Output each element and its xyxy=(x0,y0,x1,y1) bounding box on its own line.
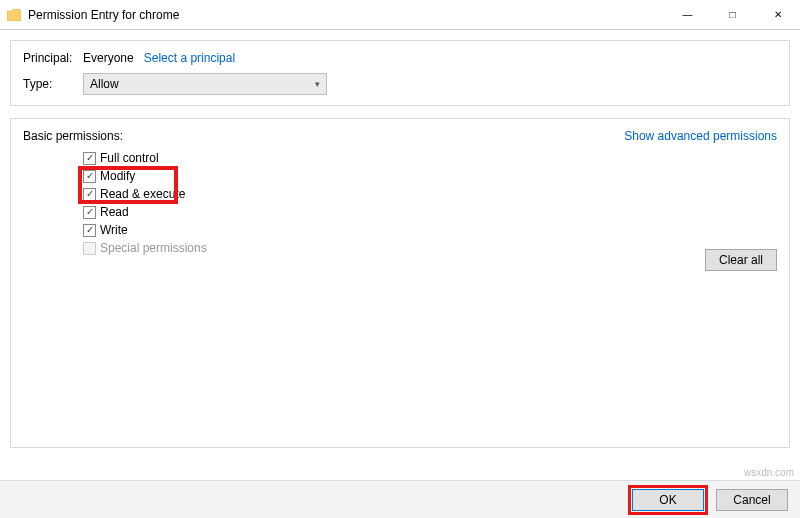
perm-special: Special permissions xyxy=(83,239,777,257)
ok-button[interactable]: OK xyxy=(632,489,704,511)
checkbox-icon[interactable] xyxy=(83,170,96,183)
content-area: Principal: Everyone Select a principal T… xyxy=(0,30,800,458)
permissions-checklist: Full control Modify Read & execute Read … xyxy=(83,149,777,257)
permissions-panel: Basic permissions: Show advanced permiss… xyxy=(10,118,790,448)
perm-label: Special permissions xyxy=(100,241,207,255)
checkbox-icon xyxy=(83,242,96,255)
chevron-down-icon: ▾ xyxy=(315,79,320,89)
type-select-value: Allow xyxy=(90,77,119,91)
principal-label: Principal: xyxy=(23,51,83,65)
window-controls: ― □ ✕ xyxy=(665,0,800,29)
folder-icon xyxy=(6,7,22,23)
perm-write[interactable]: Write xyxy=(83,221,777,239)
clear-all-wrap: Clear all xyxy=(705,249,777,271)
select-principal-link[interactable]: Select a principal xyxy=(144,51,235,65)
checkbox-icon[interactable] xyxy=(83,206,96,219)
perm-label: Write xyxy=(100,223,128,237)
maximize-button[interactable]: □ xyxy=(710,0,755,29)
principal-panel: Principal: Everyone Select a principal T… xyxy=(10,40,790,106)
dialog-button-bar: OK Cancel xyxy=(0,480,800,518)
window-title: Permission Entry for chrome xyxy=(28,8,665,22)
principal-row: Principal: Everyone Select a principal xyxy=(23,51,777,65)
perm-label: Modify xyxy=(100,169,135,183)
checkbox-icon[interactable] xyxy=(83,224,96,237)
type-select[interactable]: Allow ▾ xyxy=(83,73,327,95)
watermark: wsxdn.com xyxy=(744,467,794,478)
permissions-header: Basic permissions: Show advanced permiss… xyxy=(23,129,777,143)
perm-read-execute[interactable]: Read & execute xyxy=(83,185,777,203)
checkbox-icon[interactable] xyxy=(83,188,96,201)
advanced-permissions-link[interactable]: Show advanced permissions xyxy=(624,129,777,143)
minimize-button[interactable]: ― xyxy=(665,0,710,29)
type-label: Type: xyxy=(23,77,83,91)
type-row: Type: Allow ▾ xyxy=(23,73,777,95)
cancel-button[interactable]: Cancel xyxy=(716,489,788,511)
highlight-box-ok: OK xyxy=(628,485,708,515)
close-button[interactable]: ✕ xyxy=(755,0,800,29)
perm-read[interactable]: Read xyxy=(83,203,777,221)
perm-full-control[interactable]: Full control xyxy=(83,149,777,167)
basic-permissions-label: Basic permissions: xyxy=(23,129,123,143)
titlebar: Permission Entry for chrome ― □ ✕ xyxy=(0,0,800,30)
perm-label: Full control xyxy=(100,151,159,165)
principal-value: Everyone xyxy=(83,51,134,65)
clear-all-button[interactable]: Clear all xyxy=(705,249,777,271)
perm-label: Read & execute xyxy=(100,187,185,201)
perm-modify[interactable]: Modify xyxy=(83,167,777,185)
perm-label: Read xyxy=(100,205,129,219)
checkbox-icon[interactable] xyxy=(83,152,96,165)
